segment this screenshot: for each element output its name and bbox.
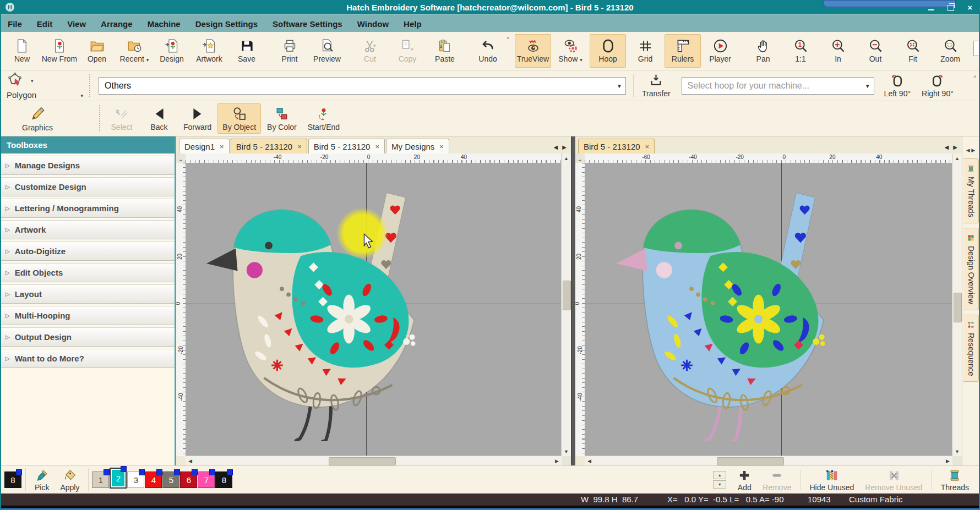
start-end-button[interactable]: Start/End bbox=[303, 103, 345, 134]
menu-software-settings[interactable]: Software Settings bbox=[273, 19, 342, 29]
chevron-down-icon[interactable]: ▼ bbox=[865, 83, 870, 89]
tab-design1[interactable]: Design1× bbox=[179, 139, 230, 153]
scroll-left-icon[interactable]: ◀ bbox=[186, 456, 195, 465]
save-button[interactable]: Save bbox=[228, 34, 265, 68]
current-color-swatch[interactable]: 8 bbox=[4, 471, 21, 488]
scroll-thumb[interactable] bbox=[563, 281, 571, 310]
tab-scroll-left-icon[interactable]: ◀ bbox=[554, 144, 558, 150]
menu-arrange[interactable]: Arrange bbox=[101, 19, 133, 29]
apply-button[interactable]: Apply bbox=[55, 468, 85, 492]
palette-size-spinner[interactable]: ▲▼ bbox=[713, 471, 726, 489]
close-button-icon[interactable]: × bbox=[967, 3, 972, 13]
scroll-right-icon[interactable]: ▶ bbox=[943, 456, 952, 465]
graphics-button[interactable]: Graphics bbox=[17, 104, 58, 134]
hoop-select[interactable]: Select hoop for your machine... ▼ bbox=[682, 77, 874, 95]
color-swatch-8[interactable]: 8 bbox=[215, 471, 232, 488]
close-tab-icon[interactable]: × bbox=[220, 142, 224, 151]
recent-button[interactable]: Recent ▾ bbox=[116, 34, 153, 68]
tab-bird-5-213120[interactable]: Bird 5 - 213120× bbox=[308, 139, 385, 153]
vertical-scrollbar[interactable]: ▲▼ bbox=[561, 153, 571, 456]
color-swatch-7[interactable]: 7 bbox=[198, 471, 215, 488]
tab-scroll-right-icon[interactable]: ▶ bbox=[562, 144, 567, 150]
menu-file[interactable]: File bbox=[8, 19, 22, 29]
panel-tab-resequence[interactable]: Resequence bbox=[963, 315, 979, 382]
print-button[interactable]: Print bbox=[271, 34, 308, 68]
toolbox-lettering-monogramming[interactable]: ▷Lettering / Monogramming bbox=[1, 199, 175, 218]
tab-scroll-right-icon[interactable]: ▶ bbox=[953, 144, 957, 150]
color-swatch-4[interactable]: 4 bbox=[145, 471, 162, 488]
color-swatch-2[interactable]: 2 bbox=[110, 468, 127, 489]
horizontal-scrollbar[interactable]: ◀▶ bbox=[585, 456, 952, 465]
panel-tab-design-overview[interactable]: Design Overview bbox=[963, 228, 979, 310]
player-button[interactable]: Player bbox=[702, 34, 738, 68]
trueview-button[interactable]: TrueView bbox=[515, 34, 551, 68]
show-button[interactable]: Show ▾ bbox=[552, 34, 589, 68]
scroll-thumb[interactable] bbox=[717, 457, 784, 465]
color-swatch-1[interactable]: 1 bbox=[92, 471, 109, 488]
toolbox-multi-hooping[interactable]: ▷Multi-Hooping bbox=[1, 306, 175, 325]
scroll-thumb[interactable] bbox=[329, 457, 396, 465]
toolbox-layout[interactable]: ▷Layout bbox=[1, 284, 175, 304]
toolbox-auto-digitize[interactable]: ▷Auto-Digitize bbox=[1, 242, 175, 261]
close-tab-icon[interactable]: × bbox=[439, 142, 444, 151]
by-object-button[interactable]: By Object bbox=[217, 103, 261, 134]
in-button[interactable]: In bbox=[820, 34, 856, 68]
scroll-right-icon[interactable]: ▶ bbox=[552, 456, 562, 465]
by-color-button[interactable]: By Color bbox=[262, 103, 302, 134]
scroll-up-icon[interactable]: ▲ bbox=[562, 153, 571, 163]
scroll-thumb[interactable] bbox=[954, 293, 962, 322]
tab-scroll-left-icon[interactable]: ◀ bbox=[945, 144, 949, 150]
grid-button[interactable]: Grid bbox=[627, 34, 663, 68]
stitch-type-select[interactable]: Others ▼ bbox=[99, 77, 626, 95]
hoop-button[interactable]: Hoop bbox=[590, 34, 626, 68]
menu-edit[interactable]: Edit bbox=[37, 19, 52, 29]
artwork-button[interactable]: Artwork bbox=[191, 34, 227, 68]
add-button[interactable]: Add bbox=[732, 468, 757, 492]
toolbox-output-design[interactable]: ▷Output Design bbox=[1, 327, 175, 347]
design-canvas[interactable] bbox=[186, 163, 562, 456]
new-from-button[interactable]: New From bbox=[41, 34, 78, 68]
menu-help[interactable]: Help bbox=[404, 19, 422, 29]
pan-button[interactable]: Pan bbox=[745, 34, 781, 68]
1-1-button[interactable]: 11:1 bbox=[782, 34, 819, 68]
vertical-scrollbar[interactable]: ▲▼ bbox=[952, 153, 962, 456]
minimize-button-icon[interactable] bbox=[928, 9, 934, 10]
design-canvas[interactable] bbox=[585, 163, 952, 456]
color-swatch-6[interactable]: 6 bbox=[180, 471, 197, 488]
pane-splitter[interactable] bbox=[571, 136, 575, 465]
menu-machine[interactable]: Machine bbox=[148, 19, 181, 29]
chevron-down-icon[interactable]: ▼ bbox=[617, 83, 622, 89]
color-swatch-5[interactable]: 5 bbox=[162, 471, 179, 488]
toolbox-edit-objects[interactable]: ▷Edit Objects bbox=[1, 263, 175, 282]
undo-button[interactable]: Undo bbox=[470, 34, 506, 68]
left-90-button[interactable]: Left 90° bbox=[879, 73, 916, 98]
scroll-up-icon[interactable]: ▲ bbox=[952, 153, 962, 163]
polygon-dropdown-icon[interactable]: ▾ bbox=[31, 78, 34, 84]
design-button[interactable]: Design bbox=[154, 34, 190, 68]
open-button[interactable]: Open bbox=[79, 34, 115, 68]
restore-button-icon[interactable] bbox=[948, 5, 954, 11]
color-swatch-3[interactable]: 3 bbox=[127, 471, 144, 488]
fit-button[interactable]: Fit bbox=[895, 34, 931, 68]
pick-button[interactable]: Pick bbox=[29, 468, 55, 492]
toolbox-artwork[interactable]: ▷Artwork bbox=[1, 220, 175, 239]
preview-button[interactable]: Preview bbox=[309, 34, 345, 68]
new-button[interactable]: New bbox=[4, 34, 40, 68]
threads-button[interactable]: Threads bbox=[935, 468, 974, 492]
toolbox-customize-design[interactable]: ▷Customize Design bbox=[1, 177, 175, 196]
toolbar-expand-icon[interactable]: ▾ bbox=[80, 93, 83, 98]
close-tab-icon[interactable]: × bbox=[297, 142, 302, 151]
paste-button[interactable]: Paste bbox=[427, 34, 463, 68]
hide-unused-button[interactable]: Hide Unused bbox=[804, 468, 859, 492]
out-button[interactable]: Out bbox=[857, 34, 894, 68]
rulers-button[interactable]: Rulers bbox=[665, 34, 701, 68]
toolbox-want-to-do-more[interactable]: ▷Want to do More? bbox=[1, 349, 175, 368]
scroll-down-icon[interactable]: ▼ bbox=[562, 447, 571, 456]
zoom-button[interactable]: Zoom bbox=[932, 34, 968, 68]
embroidery-bird-design[interactable] bbox=[603, 178, 848, 442]
spin-up-icon[interactable]: ▲ bbox=[713, 471, 726, 479]
panel-tab-my-threads[interactable]: My Threads bbox=[963, 158, 979, 223]
menu-view[interactable]: View bbox=[67, 19, 86, 29]
embroidery-bird-design[interactable] bbox=[193, 178, 438, 442]
forward-button[interactable]: Forward bbox=[178, 103, 216, 134]
